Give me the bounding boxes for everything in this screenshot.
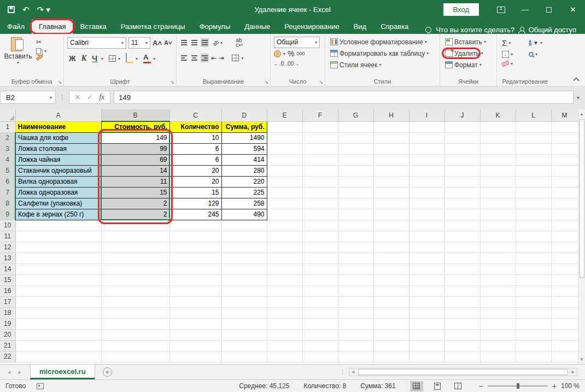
cell-D7[interactable]: 225 [221,187,267,198]
cell-E20[interactable] [267,329,302,340]
comma-style-button[interactable]: 000 [296,51,305,56]
number-dialog-launcher-icon[interactable]: ↘ [319,79,323,85]
cell-D12[interactable] [221,242,267,253]
collapse-ribbon-icon[interactable] [573,77,579,83]
view-normal-button[interactable] [410,381,423,391]
cell-C3[interactable]: 6 [169,143,221,154]
sort-filter-button[interactable]: АЯ▼▾ [527,37,551,49]
underline-dropdown-icon[interactable]: ▾ [101,56,103,61]
cell-J12[interactable] [444,242,480,253]
tab-home[interactable]: Главная [32,20,73,34]
cell-B8[interactable]: 2 [101,198,169,209]
cell-G15[interactable] [338,274,373,285]
cell-F1[interactable] [302,121,338,132]
tell-me-search[interactable]: Что вы хотите сделать? [425,26,514,34]
cell-F6[interactable] [302,176,338,187]
row-header-22[interactable]: 22 [0,351,15,362]
row-header-6[interactable]: 6 [0,176,15,187]
fill-button[interactable]: ↓▾ [500,50,522,59]
cell-C17[interactable] [169,296,221,307]
cell-C8[interactable]: 129 [169,198,221,209]
cell-K11[interactable] [480,231,516,242]
conditional-formatting-button[interactable]: Условное форматирование▾ [329,36,437,48]
cell-E22[interactable] [267,351,302,362]
cell-L13[interactable] [516,253,551,264]
cell-M2[interactable] [551,132,578,143]
cell-J21[interactable] [444,340,480,351]
cell-A7[interactable]: Ложка одноразовая [15,187,101,198]
cell-I5[interactable] [409,165,444,176]
cell-I13[interactable] [409,253,444,264]
cell-H19[interactable] [373,318,409,329]
column-header-M[interactable]: M [551,109,578,121]
cell-A14[interactable] [15,264,101,274]
scroll-right-icon[interactable]: ► [569,370,577,375]
decrease-indent-icon[interactable]: ⇤ [211,56,217,61]
cell-B9[interactable]: 2 [101,209,169,220]
cell-G6[interactable] [338,176,373,187]
cell-I4[interactable] [409,154,444,165]
cell-M14[interactable] [551,264,578,274]
cell-L22[interactable] [516,351,551,362]
tab-scroll-splitter[interactable]: ⋮ [340,368,346,376]
cell-K8[interactable] [480,198,516,209]
select-all-corner[interactable] [0,109,15,121]
formula-input[interactable]: 149 [114,91,574,104]
cell-L2[interactable] [516,132,551,143]
cell-E3[interactable] [267,143,302,154]
clear-button[interactable]: ▾ [500,60,522,67]
cell-I11[interactable] [409,231,444,242]
cell-G7[interactable] [338,187,373,198]
cell-K21[interactable] [480,340,516,351]
cell-J16[interactable] [444,285,480,296]
borders-dropdown-icon[interactable]: ▾ [118,56,120,61]
cell-B10[interactable] [101,220,169,231]
cell-J1[interactable] [444,121,480,132]
cell-C19[interactable] [169,318,221,329]
cell-D1[interactable]: Сумма, руб. [221,121,267,132]
cell-D4[interactable]: 414 [221,154,267,165]
tab-page-layout[interactable]: Разметка страницы [114,20,192,34]
cell-F5[interactable] [302,165,338,176]
cell-L9[interactable] [516,209,551,220]
vertical-scroll-thumb[interactable] [580,119,584,278]
cell-J3[interactable] [444,143,480,154]
cell-M6[interactable] [551,176,578,187]
cell-E10[interactable] [267,220,302,231]
cell-H17[interactable] [373,296,409,307]
cell-K18[interactable] [480,307,516,318]
cell-A5[interactable]: Стаканчик одноразовый [15,165,101,176]
cell-I7[interactable] [409,187,444,198]
expand-formula-bar-icon[interactable]: ▾ [577,95,583,101]
horizontal-scroll-thumb[interactable] [358,369,568,375]
tab-view[interactable]: Вид [347,20,374,34]
cell-M7[interactable] [551,187,578,198]
cell-F3[interactable] [302,143,338,154]
italic-button[interactable]: К [80,54,89,63]
cell-A6[interactable]: Вилка одноразовая [15,176,101,187]
cell-G16[interactable] [338,285,373,296]
cell-E9[interactable] [267,209,302,220]
cell-L3[interactable] [516,143,551,154]
cell-J19[interactable] [444,318,480,329]
cell-C16[interactable] [169,285,221,296]
cell-F14[interactable] [302,264,338,274]
row-header-8[interactable]: 8 [0,198,15,209]
cell-K22[interactable] [480,351,516,362]
cell-A18[interactable] [15,307,101,318]
cell-H4[interactable] [373,154,409,165]
cell-B18[interactable] [101,307,169,318]
cell-A10[interactable] [15,220,101,231]
cell-E14[interactable] [267,264,302,274]
sheet-tab-microexcel[interactable]: microexcel.ru [30,365,95,379]
save-icon[interactable] [8,6,15,13]
cell-M20[interactable] [551,329,578,340]
cell-J18[interactable] [444,307,480,318]
cell-B11[interactable] [101,231,169,242]
cell-M19[interactable] [551,318,578,329]
zoom-slider-thumb[interactable] [517,383,519,389]
align-right-button[interactable] [201,54,209,62]
cell-I17[interactable] [409,296,444,307]
cell-D10[interactable] [221,220,267,231]
cell-A15[interactable] [15,274,101,285]
